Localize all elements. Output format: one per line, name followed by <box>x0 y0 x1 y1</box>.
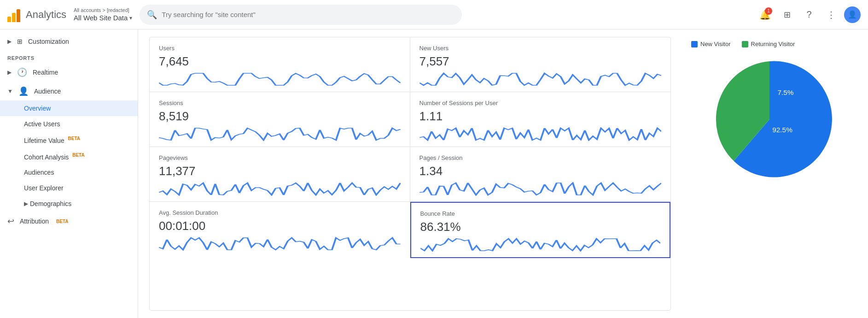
metric-value-1: 7,557 <box>419 54 662 69</box>
metric-label-2: Sessions <box>159 100 401 106</box>
metric-card-5: Pages / Session1.34 <box>410 147 671 202</box>
new-visitor-dot <box>691 41 698 47</box>
header-actions: 🔔 1 ⊞ ? ⋮ 👤 <box>756 6 861 24</box>
attribution-label: Attribution <box>20 218 49 225</box>
chart-section: New Visitor Returning Visitor <box>682 37 857 311</box>
logo-icon <box>7 7 20 22</box>
metric-label-1: New Users <box>419 45 662 52</box>
audience-label: Audience <box>34 88 61 95</box>
sidebar-subitem-active-users[interactable]: Active Users <box>0 116 138 132</box>
sidebar-item-audience[interactable]: ▼ 👤 Audience <box>0 82 138 100</box>
notifications-button[interactable]: 🔔 1 <box>756 6 774 24</box>
notification-badge: 1 <box>765 7 772 15</box>
metric-value-7: 86.31% <box>420 220 661 234</box>
cohort-beta-badge: BETA <box>72 153 84 158</box>
logo-bar-1 <box>7 17 11 22</box>
sidebar: ▶ ⊞ Customization REPORTS ▶ 🕐 Realtime ▼… <box>0 29 138 318</box>
sidebar-item-customization[interactable]: ▶ ⊞ Customization <box>0 33 138 50</box>
lifetime-value-beta-badge: BETA <box>68 136 80 141</box>
sidebar-item-realtime[interactable]: ▶ 🕐 Realtime <box>0 63 138 82</box>
metric-label-5: Pages / Session <box>419 154 662 161</box>
metric-label-0: Users <box>159 45 401 52</box>
grid-icon: ⊞ <box>784 10 791 20</box>
reports-section-label: REPORTS <box>0 50 138 63</box>
help-icon: ? <box>806 9 811 20</box>
metric-card-4: Pageviews11,377 <box>150 147 410 202</box>
search-icon: 🔍 <box>147 10 157 20</box>
sidebar-item-attribution[interactable]: ↩ Attribution BETA <box>0 212 138 231</box>
logo-area: Analytics All accounts > [redacted] All … <box>7 7 132 22</box>
attribution-icon: ↩ <box>7 216 14 226</box>
sparkline-7 <box>420 238 661 252</box>
more-options-button[interactable]: ⋮ <box>822 6 840 24</box>
main-layout: ▶ ⊞ Customization REPORTS ▶ 🕐 Realtime ▼… <box>0 29 868 318</box>
metric-value-2: 8,519 <box>159 109 401 124</box>
content-area: Users7,645 New Users7,557 Sessions8,519 … <box>138 29 868 318</box>
logo-bar-2 <box>12 13 16 22</box>
header: Analytics All accounts > [redacted] All … <box>0 0 868 29</box>
logo-bar-3 <box>17 9 20 22</box>
clock-icon: 🕐 <box>17 67 27 77</box>
sidebar-subitem-user-explorer[interactable]: User Explorer <box>0 180 138 196</box>
arrow-down-icon-audience: ▼ <box>7 88 13 94</box>
search-bar[interactable]: 🔍 <box>140 5 462 25</box>
avatar-icon: 👤 <box>848 10 857 19</box>
metric-label-6: Avg. Session Duration <box>159 209 401 216</box>
arrow-right-icon-realtime: ▶ <box>7 69 12 76</box>
customization-grid-icon: ⊞ <box>17 38 23 45</box>
sidebar-subitem-demographics[interactable]: ▶ Demographics <box>0 196 138 212</box>
new-visitor-pct-label: 92.5% <box>772 126 792 134</box>
lifetime-value-label: Lifetime Value <box>24 137 64 144</box>
cohort-analysis-label: Cohort Analysis <box>24 153 69 160</box>
metric-card-2: Sessions8,519 <box>150 92 410 147</box>
arrow-right-icon-demo: ▶ <box>24 200 28 207</box>
sidebar-subitem-overview[interactable]: Overview <box>0 100 138 116</box>
metric-card-0: Users7,645 <box>150 37 410 92</box>
metric-card-6: Avg. Session Duration00:01:00 <box>150 202 410 258</box>
sparkline-2 <box>159 127 401 141</box>
overview-label: Overview <box>24 105 51 112</box>
metric-card-7: Bounce Rate86.31% <box>410 202 671 258</box>
metric-card-1: New Users7,557 <box>410 37 671 92</box>
active-users-label: Active Users <box>24 120 60 128</box>
metric-value-0: 7,645 <box>159 54 401 69</box>
pie-svg: 92.5% 7.5% <box>705 55 834 184</box>
sparkline-3 <box>419 127 662 141</box>
app-title: Analytics <box>26 9 66 21</box>
legend-item-returning-visitor: Returning Visitor <box>742 41 795 47</box>
sidebar-subitem-cohort-analysis[interactable]: Cohort Analysis BETA <box>0 148 138 165</box>
sparkline-6 <box>159 237 401 251</box>
more-icon: ⋮ <box>827 9 836 20</box>
metric-value-5: 1.34 <box>419 164 662 178</box>
sparkline-4 <box>159 182 401 196</box>
demographics-label: Demographics <box>30 200 71 207</box>
help-button[interactable]: ? <box>800 6 818 24</box>
chevron-down-icon: ▾ <box>129 15 132 21</box>
sidebar-subitem-audiences[interactable]: Audiences <box>0 165 138 180</box>
metric-value-6: 00:01:00 <box>159 219 401 233</box>
attribution-beta-badge: BETA <box>56 219 68 224</box>
audiences-label: Audiences <box>24 169 54 176</box>
account-name-text: All Web Site Data <box>74 14 128 22</box>
legend-item-new-visitor: New Visitor <box>691 41 731 47</box>
metric-label-7: Bounce Rate <box>420 210 661 217</box>
metrics-grid: Users7,645 New Users7,557 Sessions8,519 … <box>149 37 671 311</box>
arrow-right-icon: ▶ <box>7 38 12 45</box>
sidebar-subitem-lifetime-value[interactable]: Lifetime Value BETA <box>0 132 138 148</box>
search-input[interactable] <box>162 11 454 18</box>
returning-visitor-dot <box>742 41 748 47</box>
account-name-dropdown[interactable]: All Web Site Data ▾ <box>74 14 132 22</box>
account-selector[interactable]: All accounts > [redacted] All Web Site D… <box>74 7 132 22</box>
avatar[interactable]: 👤 <box>844 6 861 23</box>
metric-card-3: Number of Sessions per User1.11 <box>410 92 671 147</box>
metric-value-4: 11,377 <box>159 164 401 178</box>
metric-label-4: Pageviews <box>159 154 401 161</box>
customization-label: Customization <box>28 38 69 45</box>
realtime-label: Realtime <box>33 69 58 76</box>
new-visitor-label: New Visitor <box>700 41 731 47</box>
apps-grid-button[interactable]: ⊞ <box>778 6 796 24</box>
returning-visitor-label: Returning Visitor <box>751 41 795 47</box>
metric-value-3: 1.11 <box>419 109 662 124</box>
legend: New Visitor Returning Visitor <box>691 41 795 47</box>
user-explorer-label: User Explorer <box>24 184 64 192</box>
